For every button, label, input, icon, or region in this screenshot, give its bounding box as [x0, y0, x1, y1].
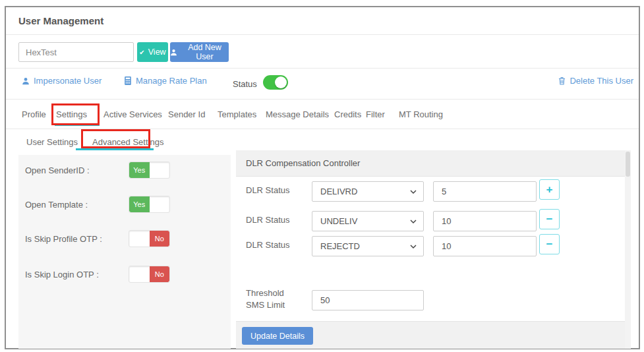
user-icon: [170, 49, 177, 56]
tab-filter[interactable]: Filter: [366, 109, 385, 119]
user-settings-panel: Open SenderID : Yes Open Template : Yes …: [18, 155, 231, 349]
tab-mt-routing[interactable]: MT Routing: [399, 109, 443, 119]
username-input[interactable]: [18, 42, 134, 62]
page-title: User Management: [18, 15, 103, 26]
threshold-sms-limit-label: Threshold SMS Limit: [246, 287, 302, 310]
trash-icon: [558, 76, 566, 85]
add-row-button[interactable]: +: [539, 179, 560, 200]
check-icon: ✔: [139, 49, 144, 56]
dlr-value-input-3[interactable]: [433, 236, 537, 256]
setting-label: Open SenderID :: [25, 165, 90, 175]
setting-row-open-senderid: Open SenderID : Yes: [18, 161, 231, 179]
divider: [6, 99, 639, 100]
setting-row-skip-login-otp: Is Skip Login OTP : No: [18, 266, 231, 283]
chevron-down-icon: [410, 190, 417, 194]
dlr-status-label: DLR Status: [246, 185, 289, 195]
impersonate-user-link[interactable]: Impersonate User: [22, 76, 102, 86]
divider: [6, 34, 639, 35]
tab-templates[interactable]: Templates: [218, 109, 256, 119]
remove-row-button[interactable]: −: [539, 234, 560, 254]
selected-option: REJECTD: [320, 241, 360, 251]
chevron-down-icon: [410, 220, 417, 224]
update-details-button[interactable]: Update Details: [242, 327, 313, 345]
skip-login-otp-toggle[interactable]: No: [129, 266, 170, 283]
delete-this-user-label: Delete This User: [570, 76, 633, 86]
manage-rate-plan-link[interactable]: Manage Rate Plan: [124, 76, 207, 86]
impersonate-user-label: Impersonate User: [34, 76, 102, 86]
vertical-scrollbar-thumb[interactable]: [626, 152, 630, 177]
threshold-sms-limit-input[interactable]: [312, 290, 424, 310]
divider: [6, 68, 639, 69]
delete-this-user-link[interactable]: Delete This User: [558, 76, 633, 86]
setting-label: Is Skip Login OTP :: [25, 270, 99, 279]
open-senderid-toggle[interactable]: Yes: [129, 161, 170, 179]
dlr-status-select-2[interactable]: UNDELIV: [312, 211, 424, 231]
setting-label: Is Skip Profile OTP :: [25, 234, 102, 244]
active-subtab-indicator: [76, 148, 154, 150]
remove-row-button[interactable]: −: [539, 209, 560, 229]
dlr-panel-footer: Update Details: [236, 321, 625, 349]
calculator-icon: [124, 76, 132, 85]
tab-profile[interactable]: Profile: [22, 109, 46, 119]
user-management-window: User Management ✔ View Add New User Impe…: [5, 6, 640, 349]
status-label: Status: [233, 79, 257, 89]
dlr-panel-title: DLR Compensation Controller: [236, 150, 625, 177]
dlr-compensation-panel: DLR Compensation Controller DLR Status D…: [236, 150, 625, 349]
skip-profile-otp-toggle[interactable]: No: [129, 230, 170, 247]
selected-option: DELIVRD: [320, 187, 357, 196]
dlr-status-select-1[interactable]: DELIVRD: [312, 181, 424, 202]
toggle-knob: [275, 76, 287, 88]
setting-row-skip-profile-otp: Is Skip Profile OTP : No: [18, 230, 231, 247]
dlr-status-label: DLR Status: [246, 215, 289, 225]
add-new-user-label: Add New User: [181, 43, 229, 61]
annotation-box-advanced-settings: [81, 129, 150, 148]
manage-rate-plan-label: Manage Rate Plan: [136, 76, 207, 86]
view-button-label: View: [148, 47, 166, 57]
tab-credits[interactable]: Credits: [334, 109, 361, 119]
dlr-status-label: DLR Status: [246, 240, 289, 250]
setting-row-open-template: Open Template : Yes: [18, 196, 231, 213]
vertical-scrollbar-track[interactable]: [625, 150, 631, 349]
status-toggle[interactable]: [263, 75, 288, 90]
subtab-user-settings[interactable]: User Settings: [26, 137, 78, 147]
toggle-state-label: No: [150, 266, 170, 282]
minus-icon: −: [546, 239, 553, 250]
tab-sender-id[interactable]: Sender Id: [168, 109, 205, 119]
open-template-toggle[interactable]: Yes: [129, 196, 170, 213]
dlr-value-input-1[interactable]: [433, 181, 537, 202]
add-new-user-button[interactable]: Add New User: [170, 42, 229, 62]
dlr-value-input-2[interactable]: [433, 211, 537, 231]
tab-message-details[interactable]: Message Details: [266, 109, 329, 119]
chevron-down-icon: [410, 245, 417, 249]
plus-icon: +: [546, 184, 553, 195]
minus-icon: −: [546, 214, 553, 225]
annotation-box-settings: [51, 103, 100, 125]
selected-option: UNDELIV: [320, 216, 357, 226]
user-icon: [22, 77, 30, 85]
toggle-state-label: No: [150, 231, 170, 247]
toggle-state-label: Yes: [129, 162, 150, 178]
tab-active-services[interactable]: Active Services: [103, 109, 162, 119]
setting-label: Open Template :: [25, 200, 88, 210]
dlr-status-select-3[interactable]: REJECTD: [312, 236, 424, 256]
toggle-state-label: Yes: [129, 196, 150, 212]
view-button[interactable]: ✔ View: [137, 42, 168, 62]
